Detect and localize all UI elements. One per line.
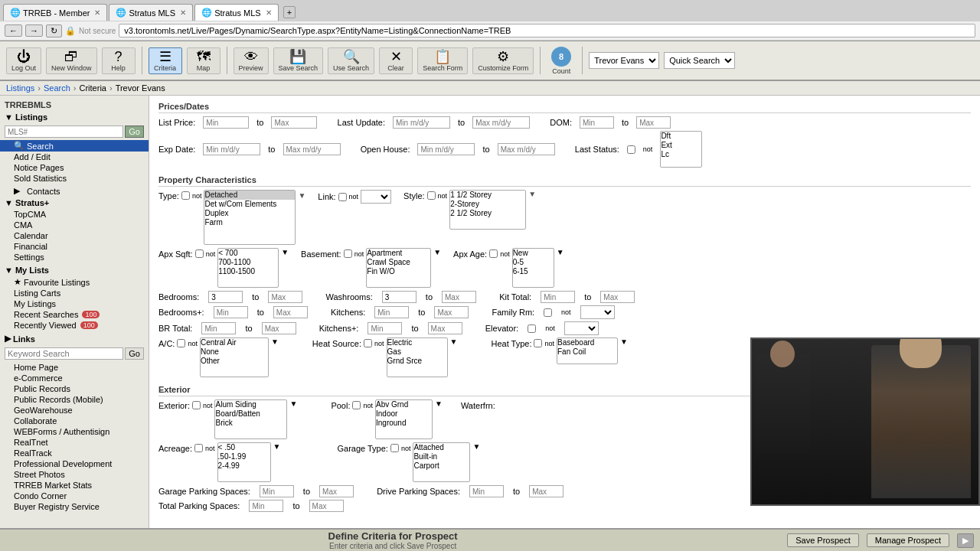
dom-max[interactable] — [636, 116, 671, 129]
acreage-select[interactable]: < .50 .50-1.99 2-4.99 — [217, 442, 271, 482]
map-button[interactable]: 🗺 Map — [187, 47, 220, 74]
kitchens-min[interactable] — [374, 306, 409, 318]
sidebar-links-header[interactable]: ▶ Links — [0, 332, 149, 345]
basement-select[interactable]: Apartment Crawl Space Fin W/O — [366, 248, 431, 288]
family-rm-not-check[interactable] — [544, 308, 552, 317]
quick-search-select[interactable]: Quick Search — [664, 52, 735, 69]
last-update-max[interactable] — [472, 116, 530, 129]
manage-prospect-button[interactable]: Manage Prospect — [867, 533, 949, 544]
tab-close-stratus2[interactable]: ✕ — [266, 8, 272, 17]
type-select[interactable]: Detached Det w/Com Elements Duplex Farm — [204, 190, 296, 245]
open-house-min[interactable] — [417, 143, 475, 155]
sidebar-item-realtnet[interactable]: RealTnet — [0, 437, 149, 448]
breadcrumb-search[interactable]: Search — [44, 83, 70, 93]
link-select[interactable] — [361, 190, 391, 204]
sidebar-item-geowarehouse[interactable]: GeoWarehouse — [0, 405, 149, 416]
apx-sqft-not-check[interactable] — [195, 249, 204, 258]
sidebar-listings-header[interactable]: ▼ Listings — [0, 111, 149, 123]
forward-button[interactable]: → — [25, 24, 43, 37]
sidebar-item-homepage[interactable]: Home Page — [0, 362, 149, 373]
keyword-go-button[interactable]: Go — [125, 347, 144, 360]
link-not-check[interactable] — [338, 193, 347, 201]
sidebar-item-webforms[interactable]: WEBForms / Authentisign — [0, 426, 149, 437]
breadcrumb-listings[interactable]: Listings — [6, 83, 34, 93]
garage-type-select[interactable]: Attached Built-in Carport — [413, 442, 470, 482]
sidebar-item-cma[interactable]: CMA — [0, 220, 149, 230]
ac-not-check[interactable] — [177, 339, 185, 347]
tab-trreb[interactable]: 🌐 TRREB - Member ✕ — [3, 4, 107, 21]
drive-parking-max[interactable] — [529, 485, 564, 497]
search-form-button[interactable]: 📋 Search Form — [417, 47, 468, 74]
elevator-not-check[interactable] — [528, 324, 536, 333]
mls-input[interactable] — [5, 126, 123, 138]
basement-not-check[interactable] — [344, 249, 352, 258]
save-prospect-button[interactable]: Save Prospect — [787, 533, 859, 544]
pool-not-check[interactable] — [352, 401, 361, 409]
sidebar-item-recent-searches[interactable]: Recent Searches 100 — [0, 309, 149, 320]
last-status-select[interactable]: Dft Ext Lc — [660, 131, 702, 168]
sidebar-item-sold-stats[interactable]: Sold Statistics — [0, 173, 149, 184]
sidebar-item-public-records[interactable]: Public Records — [0, 383, 149, 394]
pool-select[interactable]: Abv Grnd Indoor Inground — [375, 399, 433, 439]
type-not-check[interactable] — [181, 191, 190, 200]
acreage-not-check[interactable] — [194, 444, 203, 452]
sidebar-item-condo-corner[interactable]: Condo Corner — [0, 491, 149, 501]
total-parking-min[interactable] — [249, 500, 283, 512]
kitchens-plus-min[interactable] — [368, 322, 402, 334]
user-select[interactable]: Trevor Evans — [589, 52, 659, 69]
preview-button[interactable]: 👁 Preview — [234, 47, 269, 74]
exterior-select[interactable]: Alum Siding Board/Batten Brick — [214, 399, 287, 439]
new-window-button[interactable]: 🗗 New Window — [46, 47, 97, 74]
sidebar-item-add-edit[interactable]: Add / Edit — [0, 152, 149, 162]
apx-age-not-check[interactable] — [489, 249, 498, 258]
exterior-not-check[interactable] — [192, 401, 201, 409]
heat-type-select[interactable]: Baseboard Fan Coil — [557, 337, 618, 364]
sidebar-item-calendar[interactable]: Calendar — [0, 230, 149, 241]
br-total-min[interactable] — [201, 322, 236, 334]
sidebar-item-trreb-market[interactable]: TRREB Market Stats — [0, 480, 149, 491]
ac-select[interactable]: Central Air None Other — [200, 337, 269, 377]
url-input[interactable]: v3.torontomls.net/Live/Pages/Dynamic/Sea… — [119, 24, 975, 37]
garage-parking-min[interactable] — [260, 485, 294, 497]
bedrooms-min[interactable] — [208, 291, 243, 303]
apx-sqft-select[interactable]: < 700 700-1100 1100-1500 — [217, 248, 279, 288]
sidebar-item-prof-dev[interactable]: Professional Development — [0, 458, 149, 469]
help-button[interactable]: ? Help — [102, 47, 136, 74]
bedrooms-plus-min[interactable] — [214, 306, 248, 318]
br-total-max[interactable] — [262, 322, 296, 334]
use-search-button[interactable]: 🔍 Use Search — [328, 47, 374, 74]
dom-min[interactable] — [580, 116, 614, 129]
family-rm-select[interactable] — [580, 305, 615, 319]
logout-button[interactable]: ⏻ Log Out — [6, 47, 41, 74]
open-house-max[interactable] — [498, 143, 555, 155]
kit-total-min[interactable] — [541, 291, 575, 303]
tab-stratus1[interactable]: 🌐 Stratus MLS ✕ — [109, 4, 193, 21]
sidebar-stratus-header[interactable]: ▼ Stratus+ — [0, 197, 149, 209]
sidebar-item-ecommerce[interactable]: e-Commerce — [0, 373, 149, 383]
heat-type-not-check[interactable] — [534, 339, 542, 347]
style-select[interactable]: 1 1/2 Storey 2-Storey 2 1/2 Storey — [449, 190, 526, 230]
garage-parking-max[interactable] — [319, 485, 354, 497]
tab-close-stratus1[interactable]: ✕ — [180, 8, 186, 17]
kitchens-plus-max[interactable] — [428, 322, 462, 334]
heat-source-select[interactable]: Electric Gas Grnd Srce — [387, 337, 448, 377]
sidebar-item-realtrack[interactable]: RealTrack — [0, 448, 149, 458]
sidebar-item-public-records-mobile[interactable]: Public Records (Mobile) — [0, 394, 149, 405]
sidebar-item-recently-viewed[interactable]: Recently Viewed 100 — [0, 320, 149, 331]
mls-go-button[interactable]: Go — [125, 126, 144, 138]
customize-form-button[interactable]: ⚙ Customize Form — [472, 47, 534, 74]
sidebar-item-listing-carts[interactable]: Listing Carts — [0, 288, 149, 298]
last-status-not-check[interactable] — [627, 145, 635, 154]
sidebar-item-contacts[interactable]: ▶ Contacts — [0, 185, 149, 197]
exp-date-max[interactable] — [283, 143, 341, 155]
style-not-check[interactable] — [427, 191, 436, 200]
keyword-input[interactable] — [5, 347, 123, 360]
refresh-button[interactable]: ↻ — [46, 24, 62, 37]
washrooms-min[interactable] — [382, 291, 416, 303]
sidebar-item-search[interactable]: 🔍 Search — [0, 140, 149, 152]
sidebar-item-buyer-registry[interactable]: Buyer Registry Service — [0, 501, 149, 512]
sidebar-item-settings[interactable]: Settings — [0, 252, 149, 262]
save-search-button[interactable]: 💾 Save Search — [273, 47, 324, 74]
exp-date-min[interactable] — [203, 143, 260, 155]
heat-source-not-check[interactable] — [364, 339, 372, 347]
